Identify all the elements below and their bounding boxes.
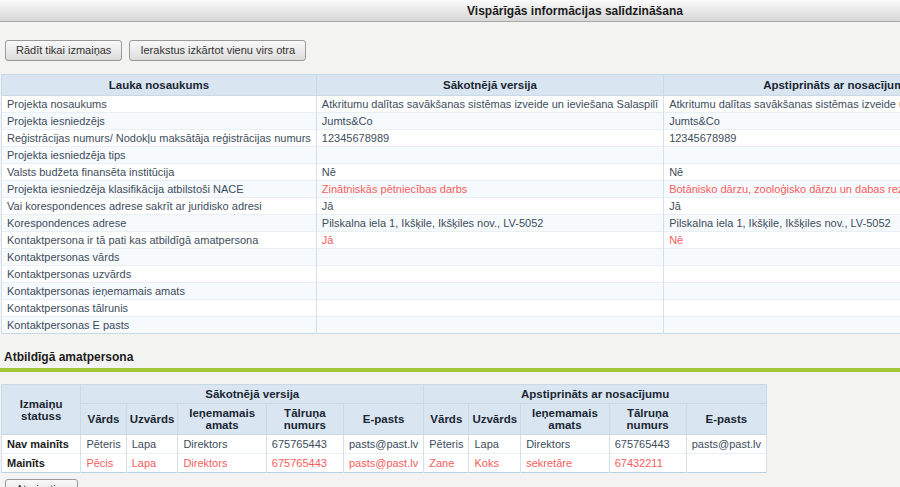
- approved-value-cell: [664, 147, 900, 164]
- original-position-cell: Direktors: [178, 435, 266, 454]
- original-value-cell: Jā: [316, 198, 663, 215]
- group-header-approved: Apstiprināts ar nosacījumu: [424, 385, 767, 404]
- field-name-cell: Projekta iesniedzējs: [2, 113, 317, 130]
- approved-email-cell: pasts@past.lv: [686, 435, 766, 454]
- table-row: Kontaktpersonas vārds: [2, 249, 900, 266]
- approved-value-cell: [664, 266, 900, 283]
- field-name-cell: Vai korespondences adrese sakrīt ar juri…: [2, 198, 317, 215]
- approved-value-cell: Jumts&Co: [664, 113, 900, 130]
- field-name-cell: Projekta iesniedzēja klasifikācija atbil…: [2, 181, 317, 198]
- field-name-cell: Reģistrācijas numurs/ Nodokļu maksātāja …: [2, 130, 317, 147]
- approved-position-cell: Direktors: [521, 435, 609, 454]
- original-position-cell: Direktors: [178, 454, 266, 473]
- table-row: Projekta nosaukums Atkritumu dalītas sav…: [2, 96, 900, 113]
- table-row: Kontaktpersonas tālrunis: [2, 300, 900, 317]
- official-row-unchanged: Nav mainīts Pēteris Lapa Direktors 67576…: [2, 435, 767, 454]
- column-header-change-status: Izmaiņu statuss: [2, 385, 81, 435]
- column-header-approved: Apstiprināts ar nosacījumu: [664, 75, 900, 96]
- approved-position-cell: sekretāre: [521, 454, 609, 473]
- approved-last-name-cell: Koks: [469, 454, 521, 473]
- column-header-field: Lauka nosaukums: [2, 75, 317, 96]
- approved-value-cell: [664, 300, 900, 317]
- approved-first-name-cell: Pēteris: [424, 435, 469, 454]
- column-header-phone: Tālruņa numurs: [266, 404, 343, 435]
- toolbar: Rādīt tikai izmaiņas Ierakstus izkārtot …: [5, 40, 900, 61]
- approved-phone-cell: 675765443: [609, 435, 686, 454]
- column-header-position: Ieņemamais amats: [178, 404, 266, 435]
- stack-records-button[interactable]: Ierakstus izkārtot vienu virs otra: [129, 40, 306, 61]
- column-header-last-name: Uzvārds: [469, 404, 521, 435]
- column-header-phone: Tālruņa numurs: [609, 404, 686, 435]
- approved-value-cell: 12345678989: [664, 130, 900, 147]
- original-value-cell: [316, 249, 663, 266]
- table-row: Projekta iesniedzēja tips: [2, 147, 900, 164]
- table-row: Reģistrācijas numurs/ Nodokļu maksātāja …: [2, 130, 900, 147]
- show-only-changes-button[interactable]: Rādīt tikai izmaiņas: [5, 40, 122, 61]
- original-value-cell: Atkritumu dalītas savākšanas sistēmas iz…: [316, 96, 663, 113]
- title-bar: Vispārīgās informācijas salīdzināšana: [0, 0, 900, 22]
- original-last-name-cell: Lapa: [126, 435, 178, 454]
- column-header-email: E-pasts: [343, 404, 423, 435]
- table-row: Kontaktpersonas E pasts: [2, 317, 900, 334]
- change-status-cell: Nav mainīts: [2, 435, 81, 454]
- table-row: Vai korespondences adrese sakrīt ar juri…: [2, 198, 900, 215]
- table-row: Kontaktpersonas uzvārds: [2, 266, 900, 283]
- column-header-original: Sākotnējā versija: [316, 75, 663, 96]
- approved-value-cell: Botānisko dārzu, zooloģisko dārzu un dab…: [664, 181, 900, 198]
- original-value-cell: [316, 266, 663, 283]
- table-row: Valsts budžeta finansēta institūcija Nē …: [2, 164, 900, 181]
- column-header-last-name: Uzvārds: [126, 404, 178, 435]
- approved-value-cell: Jā: [664, 198, 900, 215]
- original-phone-cell: 675765443: [266, 454, 343, 473]
- approved-value-cell: Pilskalna iela 1, Ikšķile, Ikšķiles nov.…: [664, 215, 900, 232]
- field-name-cell: Kontaktpersonas vārds: [2, 249, 317, 266]
- approved-value-cell: [664, 283, 900, 300]
- original-first-name-cell: Pēteris: [81, 435, 126, 454]
- accent-divider: [0, 368, 900, 372]
- field-name-cell: Projekta nosaukums: [2, 96, 317, 113]
- approved-value-cell: [664, 249, 900, 266]
- column-header-position: Ieņemamais amats: [521, 404, 609, 435]
- approved-email-cell: [686, 454, 766, 473]
- column-header-email: E-pasts: [686, 404, 766, 435]
- original-first-name-cell: Pēcis: [81, 454, 126, 473]
- field-name-cell: Kontaktpersonas ieņemamais amats: [2, 283, 317, 300]
- table-row: Kontaktpersonas ieņemamais amats: [2, 283, 900, 300]
- official-sub-header-row: Vārds Uzvārds Ieņemamais amats Tālruņa n…: [2, 404, 767, 435]
- change-status-cell: Mainīts: [2, 454, 81, 473]
- group-header-original: Sākotnējā versija: [81, 385, 424, 404]
- approved-value-cell: [664, 317, 900, 334]
- back-button[interactable]: Atgriezties: [5, 479, 78, 487]
- table-row: Projekta iesniedzēja klasifikācija atbil…: [2, 181, 900, 198]
- field-name-cell: Projekta iesniedzēja tips: [2, 147, 317, 164]
- original-value-cell: [316, 300, 663, 317]
- column-header-first-name: Vārds: [81, 404, 126, 435]
- original-phone-cell: 675765443: [266, 435, 343, 454]
- responsible-official-table: Izmaiņu statuss Sākotnējā versija Apstip…: [1, 384, 767, 473]
- approved-value-cell: Atkritumu dalītas savākšanas sistēmas iz…: [664, 96, 900, 113]
- page-title: Vispārīgās informācijas salīdzināšana: [0, 0, 900, 22]
- approved-first-name-cell: Zane: [424, 454, 469, 473]
- original-value-cell: Zinātniskās pētniecības darbs: [316, 181, 663, 198]
- approved-value-cell: Nē: [664, 232, 900, 249]
- approved-value-cell: Nē: [664, 164, 900, 181]
- table-row: Kontaktpersona ir tā pati kas atbildīgā …: [2, 232, 900, 249]
- comparison-header-row: Lauka nosaukums Sākotnējā versija Apstip…: [2, 75, 900, 96]
- table-row: Korespondences adrese Pilskalna iela 1, …: [2, 215, 900, 232]
- field-name-cell: Kontaktpersonas tālrunis: [2, 300, 317, 317]
- original-value-cell: Pilskalna iela 1, Ikšķile, Ikšķiles nov.…: [316, 215, 663, 232]
- original-last-name-cell: Lapa: [126, 454, 178, 473]
- field-name-cell: Valsts budžeta finansēta institūcija: [2, 164, 317, 181]
- original-email-cell: pasts@past.lv: [343, 454, 423, 473]
- original-value-cell: 12345678989: [316, 130, 663, 147]
- original-value-cell: Jumts&Co: [316, 113, 663, 130]
- official-row-changed: Mainīts Pēcis Lapa Direktors 675765443 p…: [2, 454, 767, 473]
- column-header-first-name: Vārds: [424, 404, 469, 435]
- approved-last-name-cell: Lapa: [469, 435, 521, 454]
- original-value-cell: [316, 317, 663, 334]
- original-email-cell: pasts@past.lv: [343, 435, 423, 454]
- original-value-cell: [316, 283, 663, 300]
- original-value-cell: [316, 147, 663, 164]
- approved-phone-cell: 67432211: [609, 454, 686, 473]
- original-value-cell: Jā: [316, 232, 663, 249]
